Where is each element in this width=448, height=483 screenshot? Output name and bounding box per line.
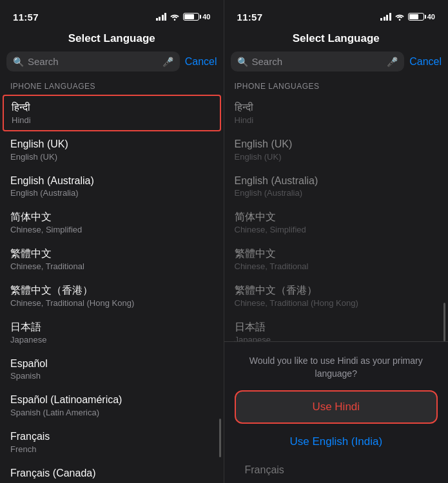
lang-item-hindi-right[interactable]: हिन्दी Hindi [224,95,449,131]
lang-english: Chinese, Traditional [10,261,213,271]
lang-native: 日本語 [10,321,213,334]
language-dialog: Would you like to use Hindi as your prim… [224,341,449,483]
section-header-left: IPHONE LANGUAGES [0,82,224,95]
lang-native: Español [10,357,213,371]
lang-native: English (Australia) [10,175,213,188]
cancel-button-right[interactable]: Cancel [409,56,442,68]
lang-native: 繁體中文 [10,247,213,261]
lang-item-zh-tw-right[interactable]: 繁體中文 Chinese, Traditional [224,241,449,278]
lang-english: Chinese, Traditional (Hong Kong) [235,298,438,308]
lang-item-en-uk-right[interactable]: English (UK) English (UK) [224,131,449,168]
lang-item-es-la[interactable]: Español (Latinoamérica) Spanish (Latin A… [0,387,224,424]
section-header-right: IPHONE LANGUAGES [224,82,449,95]
use-hindi-button[interactable]: Use Hindi [235,390,438,424]
lang-english: English (Australia) [10,188,213,198]
battery-label: 40 [202,13,210,21]
lang-item-es[interactable]: Español Spanish [0,351,224,388]
lang-native: हिन्दी [12,101,212,115]
lang-english: Chinese, Simplified [10,225,213,234]
lang-english: English (UK) [235,152,438,162]
lang-item-fr-overlay: Français [235,457,438,483]
dialog-message: Would you like to use Hindi as your prim… [235,355,438,380]
search-bar-right[interactable]: 🔍 Search 🎤 [231,52,405,71]
search-icon-left: 🔍 [13,57,24,67]
lang-english: French [10,444,213,454]
left-panel: 11:57 40 Select Language 🔍 Search [0,0,224,483]
svg-point-0 [174,19,176,21]
scroll-indicator-right [443,303,445,341]
status-bar-left: 11:57 40 [0,0,224,28]
lang-item-fr-ca[interactable]: Français (Canada) French (Canada) [0,460,224,483]
lang-item-zh-cn-right[interactable]: 简体中文 Chinese, Simplified [224,204,449,241]
lang-english: Hindi [12,115,212,125]
lang-english: Chinese, Traditional (Hong Kong) [10,298,213,308]
lang-native: 日本語 [235,321,438,334]
battery-icon [183,13,199,21]
lang-item-zh-tw[interactable]: 繁體中文 Chinese, Traditional [0,241,224,278]
lang-item-hindi-left[interactable]: हिन्दी Hindi [3,95,221,131]
lang-item-fr[interactable]: Français French [0,424,224,460]
lang-english: English (Australia) [235,188,438,198]
lang-native: 繁體中文（香港） [10,284,213,298]
lang-native: Français [245,464,428,477]
lang-native: हिन्दी [235,101,438,115]
lang-item-zh-hk-right[interactable]: 繁體中文（香港） Chinese, Traditional (Hong Kong… [224,278,449,314]
search-placeholder-left: Search [28,56,159,67]
search-placeholder-right: Search [252,56,384,67]
status-icons-left: 40 [156,13,211,21]
right-panel: 11:57 40 Select Language 🔍 Search [224,0,449,483]
screen-title-left: Select Language [0,28,224,52]
use-english-button[interactable]: Use English (India) [235,429,438,455]
svg-point-1 [398,19,400,21]
lang-native: English (UK) [10,138,213,151]
wifi-icon [170,13,180,21]
signal-icon [156,13,167,21]
lang-item-en-uk[interactable]: English (UK) English (UK) [0,131,224,168]
cancel-button-left[interactable]: Cancel [185,56,217,68]
lang-native: Français (Canada) [10,467,213,480]
wifi-icon-right [394,13,405,21]
lang-native: Español (Latinoamérica) [10,393,213,407]
status-icons-right: 40 [380,13,435,21]
lang-native: 简体中文 [10,211,213,224]
language-list-left: हिन्दी Hindi English (UK) English (UK) E… [0,95,224,483]
lang-english: Hindi [235,115,438,125]
search-bar-left[interactable]: 🔍 Search 🎤 [6,52,180,71]
lang-item-zh-cn[interactable]: 简体中文 Chinese, Simplified [0,204,224,241]
lang-english: Spanish [10,371,213,381]
battery-icon-right [408,13,424,21]
lang-item-en-au[interactable]: English (Australia) English (Australia) [0,168,224,205]
search-row-right: 🔍 Search 🎤 Cancel [224,52,449,71]
lang-native: Français [10,430,213,444]
lang-english: Chinese, Simplified [235,225,438,234]
time-left: 11:57 [13,12,39,23]
signal-icon-right [380,13,391,21]
lang-item-ja[interactable]: 日本語 Japanese [0,314,224,351]
lang-item-en-au-right[interactable]: English (Australia) English (Australia) [224,168,449,205]
lang-native: English (UK) [235,138,438,151]
lang-item-zh-hk[interactable]: 繁體中文（香港） Chinese, Traditional (Hong Kong… [0,278,224,314]
battery-label-right: 40 [427,13,435,21]
lang-english: Japanese [10,335,213,345]
lang-english: English (UK) [10,152,213,162]
search-row-left: 🔍 Search 🎤 Cancel [0,52,224,71]
lang-native: English (Australia) [235,175,438,188]
mic-icon-left: 🎤 [162,57,173,67]
screen-title-right: Select Language [224,28,449,52]
lang-native: 繁體中文（香港） [235,284,438,298]
scroll-indicator-left [219,419,221,457]
search-icon-right: 🔍 [237,57,248,67]
status-bar-right: 11:57 40 [224,0,449,28]
time-right: 11:57 [237,12,263,23]
lang-native: 简体中文 [235,211,438,224]
lang-english: Chinese, Traditional [235,261,438,271]
lang-english: Spanish (Latin America) [10,408,213,417]
mic-icon-right: 🎤 [387,57,398,67]
lang-native: 繁體中文 [235,247,438,261]
